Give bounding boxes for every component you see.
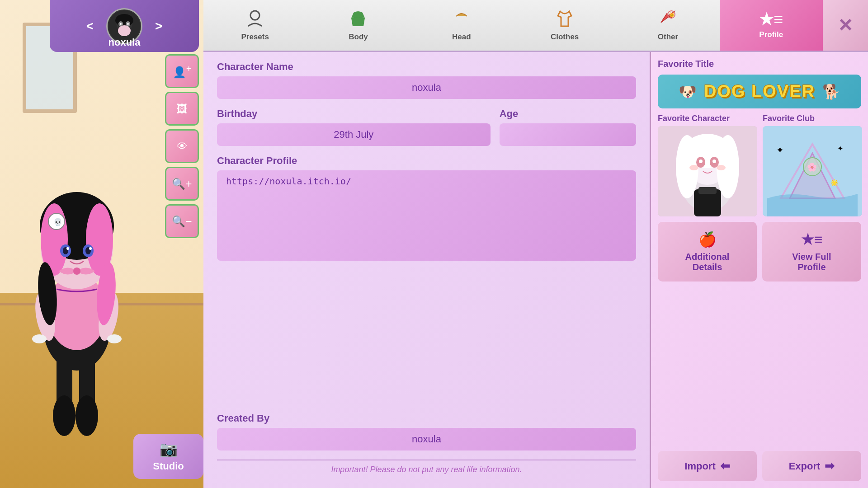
svg-point-4 — [75, 395, 98, 436]
body-icon — [349, 9, 367, 30]
tool-view-btn[interactable]: 👁 — [165, 129, 199, 163]
additional-details-btn[interactable]: 🍎 AdditionalDetails — [658, 222, 757, 282]
character-name-display: noxula — [50, 37, 199, 48]
character-name-bar: < > noxula — [50, 0, 199, 52]
tab-presets[interactable]: Presets — [203, 0, 307, 51]
camera-icon: 📷 — [160, 441, 178, 458]
svg-point-48 — [689, 165, 698, 170]
fav-club-box: Favorite Club 🌸 ✦ ✦ — [763, 114, 862, 216]
add-character-icon: 👤+ — [173, 64, 192, 79]
tab-body[interactable]: Body — [307, 0, 410, 51]
other-icon: 😺 — [659, 9, 677, 30]
apple-icon: 🍎 — [698, 231, 717, 248]
view-icon: 👁 — [177, 140, 188, 153]
export-icon: ➡ — [825, 459, 835, 473]
svg-text:✦: ✦ — [837, 145, 843, 152]
fav-char-label: Favorite Character — [658, 114, 757, 123]
character-figure: 💀 — [14, 136, 140, 443]
scene-icon: 🖼 — [177, 103, 188, 115]
fav-club-image[interactable]: 🌸 ✦ ✦ 🌟 — [763, 126, 862, 216]
zoom-in-icon: 🔍+ — [172, 178, 192, 190]
tab-profile-label: Profile — [759, 30, 783, 39]
age-label: Age — [500, 108, 636, 120]
zoom-out-icon: 🔍− — [172, 215, 192, 228]
close-icon: ✕ — [838, 15, 853, 36]
svg-point-28 — [115, 14, 133, 27]
tab-profile[interactable]: ★≡ Profile — [720, 0, 823, 51]
side-tools-panel: 👤+ 🖼 👁 🔍+ 🔍− — [165, 54, 201, 238]
close-button[interactable]: ✕ — [823, 0, 868, 51]
created-by-group: Created By — [217, 413, 636, 450]
tool-add-character-btn[interactable]: 👤+ — [165, 54, 199, 88]
profile-form: Character Name Birthday Age Character Pr… — [203, 52, 651, 488]
svg-point-22 — [89, 247, 92, 250]
head-icon — [453, 9, 471, 30]
age-group: Age — [500, 108, 636, 146]
tab-presets-label: Presets — [241, 33, 269, 42]
tool-zoom-in-btn[interactable]: 🔍+ — [165, 167, 199, 201]
tab-head[interactable]: Head — [410, 0, 513, 51]
view-full-profile-label: View FullProfile — [792, 252, 831, 272]
tab-clothes-label: Clothes — [551, 33, 579, 42]
svg-point-24 — [32, 334, 47, 343]
svg-point-31 — [120, 23, 122, 25]
tab-clothes[interactable]: Clothes — [513, 0, 616, 51]
svg-text:💀: 💀 — [53, 218, 62, 226]
presets-icon — [246, 9, 264, 30]
svg-point-43 — [684, 134, 731, 168]
dog-emoji-left: 🐶 — [679, 83, 697, 100]
star-list-icon: ★≡ — [801, 231, 823, 248]
import-label: Import — [684, 460, 715, 472]
profile-icon: ★≡ — [759, 11, 783, 28]
svg-point-21 — [66, 247, 69, 250]
char-profile-textarea[interactable]: https://noxula.itch.io/ — [217, 170, 636, 261]
fav-char-box: Favorite Character — [658, 114, 757, 216]
tool-scene-btn[interactable]: 🖼 — [165, 92, 199, 126]
view-full-profile-btn[interactable]: ★≡ View FullProfile — [762, 222, 861, 282]
svg-point-23 — [73, 267, 80, 275]
svg-point-32 — [127, 23, 129, 25]
svg-text:🌸: 🌸 — [807, 162, 817, 172]
tab-body-label: Body — [349, 33, 368, 42]
export-label: Export — [789, 460, 821, 472]
svg-text:🌟: 🌟 — [830, 179, 839, 187]
char-profile-label: Character Profile — [217, 155, 636, 167]
char-name-input[interactable] — [217, 76, 636, 99]
svg-text:😺: 😺 — [669, 12, 675, 18]
tab-bar: Presets Body Head Clothes — [203, 0, 868, 52]
svg-text:✦: ✦ — [776, 145, 784, 155]
fav-club-label: Favorite Club — [763, 114, 862, 123]
studio-button[interactable]: 📷 Studio — [133, 434, 203, 479]
tab-head-label: Head — [452, 33, 471, 42]
svg-point-47 — [712, 160, 716, 163]
profile-right-panel: Favorite Title 🐶 DOG LOVER 🐕 Favorite Ch… — [651, 52, 868, 488]
main-panel: Presets Body Head Clothes — [203, 0, 868, 488]
char-name-group: Character Name — [217, 61, 636, 99]
birthday-input[interactable] — [217, 123, 491, 146]
fav-title-label: Favorite Title — [658, 59, 861, 69]
age-input[interactable] — [500, 123, 636, 146]
disclaimer-text: Important! Please do not put any real li… — [217, 460, 636, 479]
import-export-row: Import ⬅ Export ➡ — [658, 451, 861, 481]
export-btn[interactable]: Export ➡ — [762, 451, 861, 481]
char-name-label: Character Name — [217, 61, 636, 73]
char-profile-group: Character Profile https://noxula.itch.io… — [217, 155, 636, 261]
svg-point-33 — [118, 25, 131, 36]
created-by-label: Created By — [217, 413, 636, 424]
content-area: Character Name Birthday Age Character Pr… — [203, 52, 868, 488]
import-icon: ⬅ — [720, 459, 730, 473]
import-btn[interactable]: Import ⬅ — [658, 451, 757, 481]
studio-label: Studio — [153, 460, 184, 472]
svg-rect-51 — [698, 187, 717, 194]
fav-char-image[interactable] — [658, 126, 757, 216]
birthday-age-row: Birthday Age — [217, 108, 636, 146]
birthday-group: Birthday — [217, 108, 491, 146]
svg-point-3 — [53, 395, 75, 436]
next-character-btn[interactable]: > — [151, 15, 166, 37]
tab-other[interactable]: 😺 Other — [616, 0, 719, 51]
corgi-emoji: 🐕 — [822, 83, 840, 100]
action-row: 🍎 AdditionalDetails ★≡ View FullProfile — [658, 222, 861, 282]
prev-character-btn[interactable]: < — [83, 15, 97, 37]
tool-zoom-out-btn[interactable]: 🔍− — [165, 204, 199, 238]
created-by-input[interactable] — [217, 428, 636, 450]
